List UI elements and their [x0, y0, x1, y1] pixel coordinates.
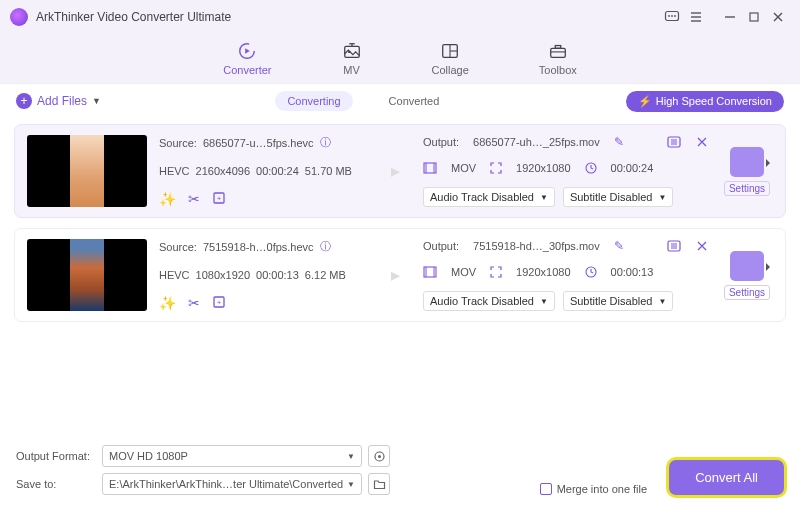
feedback-icon[interactable] [660, 5, 684, 29]
output-column: Output: 7515918-hd…_30fps.mov ✎ MOV [423, 239, 709, 311]
plus-icon: + [16, 93, 32, 109]
mv-icon [342, 41, 362, 61]
subtitle-select[interactable]: Subtitle Disabled▼ [563, 187, 673, 207]
maximize-button[interactable] [742, 5, 766, 29]
source-filename: 6865077-u…5fps.hevc [203, 137, 314, 149]
format-column: Settings [721, 239, 773, 311]
toolbox-icon [548, 41, 568, 61]
format-settings-button[interactable] [368, 445, 390, 467]
tab-converting[interactable]: Converting [275, 91, 352, 111]
output-label: Output: [423, 136, 459, 148]
hsc-label: High Speed Conversion [656, 95, 772, 107]
source-codec: HEVC [159, 269, 190, 281]
source-duration: 00:00:13 [256, 269, 299, 281]
output-filename: 7515918-hd…_30fps.mov [473, 240, 600, 252]
source-column: Source: 6865077-u…5fps.hevc ⓘ HEVC 2160x… [159, 135, 379, 207]
info-icon[interactable]: ⓘ [320, 239, 331, 254]
arrow-icon: ▸ [391, 264, 411, 286]
compress-icon[interactable] [695, 136, 709, 148]
chevron-down-icon: ▼ [540, 297, 548, 306]
source-size: 51.70 MB [305, 165, 352, 177]
tab-label: Converter [223, 64, 271, 76]
edit-page-icon[interactable]: + [212, 191, 226, 207]
arrow-icon: ▸ [391, 160, 411, 182]
main-tabs: Converter MV Collage Toolbox [0, 34, 800, 84]
bolt-icon: ⚡ [638, 95, 652, 108]
output-label: Output: [423, 240, 459, 252]
tab-label: MV [343, 64, 360, 76]
tab-converter[interactable]: Converter [223, 41, 271, 76]
collage-icon [440, 41, 460, 61]
clock-icon [585, 266, 597, 278]
expand-icon [490, 266, 502, 278]
app-logo-icon [10, 8, 28, 26]
file-list: Source: 6865077-u…5fps.hevc ⓘ HEVC 2160x… [0, 118, 800, 338]
svg-rect-8 [750, 13, 758, 21]
format-badge-button[interactable] [730, 251, 764, 281]
info-icon[interactable]: ⓘ [320, 135, 331, 150]
tab-converted[interactable]: Converted [377, 91, 452, 111]
tab-mv[interactable]: MV [342, 41, 362, 76]
browse-folder-button[interactable] [368, 473, 390, 495]
audio-track-select[interactable]: Audio Track Disabled▼ [423, 291, 555, 311]
audio-track-select[interactable]: Audio Track Disabled▼ [423, 187, 555, 207]
metadata-icon[interactable] [667, 240, 681, 252]
film-icon [423, 266, 437, 278]
chevron-down-icon: ▼ [658, 297, 666, 306]
source-filename: 7515918-h…0fps.hevc [203, 241, 314, 253]
video-thumbnail [27, 239, 147, 311]
output-container: MOV [451, 266, 476, 278]
merge-checkbox[interactable]: Merge into one file [540, 483, 648, 495]
output-format-select[interactable]: MOV HD 1080P▼ [102, 445, 362, 467]
edit-page-icon[interactable]: + [212, 295, 226, 311]
close-button[interactable] [766, 5, 790, 29]
svg-point-2 [671, 15, 673, 17]
tab-label: Toolbox [539, 64, 577, 76]
chevron-down-icon: ▼ [540, 193, 548, 202]
effects-icon[interactable]: ✨ [159, 191, 176, 207]
output-filename: 6865077-uh…_25fps.mov [473, 136, 600, 148]
status-tabs: Converting Converted [275, 91, 451, 111]
effects-icon[interactable]: ✨ [159, 295, 176, 311]
chevron-down-icon: ▼ [658, 193, 666, 202]
titlebar: ArkThinker Video Converter Ultimate [0, 0, 800, 34]
film-icon [423, 162, 437, 174]
file-item[interactable]: Source: 6865077-u…5fps.hevc ⓘ HEVC 2160x… [14, 124, 786, 218]
add-files-button[interactable]: + Add Files ▼ [16, 93, 101, 109]
tab-collage[interactable]: Collage [432, 41, 469, 76]
rename-icon[interactable]: ✎ [614, 135, 624, 149]
rename-icon[interactable]: ✎ [614, 239, 624, 253]
svg-text:+: + [217, 194, 222, 203]
svg-point-44 [378, 455, 381, 458]
file-item[interactable]: Source: 7515918-h…0fps.hevc ⓘ HEVC 1080x… [14, 228, 786, 322]
source-codec: HEVC [159, 165, 190, 177]
settings-link[interactable]: Settings [724, 181, 770, 196]
add-files-label: Add Files [37, 94, 87, 108]
source-size: 6.12 MB [305, 269, 346, 281]
output-container: MOV [451, 162, 476, 174]
compress-icon[interactable] [695, 240, 709, 252]
clock-icon [585, 162, 597, 174]
minimize-button[interactable] [718, 5, 742, 29]
chevron-down-icon: ▼ [347, 452, 355, 461]
svg-point-1 [668, 15, 670, 17]
app-title: ArkThinker Video Converter Ultimate [36, 10, 660, 24]
output-resolution: 1920x1080 [516, 162, 570, 174]
source-column: Source: 7515918-h…0fps.hevc ⓘ HEVC 1080x… [159, 239, 379, 311]
cut-icon[interactable]: ✂ [188, 295, 200, 311]
tab-toolbox[interactable]: Toolbox [539, 41, 577, 76]
merge-label: Merge into one file [557, 483, 648, 495]
cut-icon[interactable]: ✂ [188, 191, 200, 207]
metadata-icon[interactable] [667, 136, 681, 148]
high-speed-conversion-button[interactable]: ⚡ High Speed Conversion [626, 91, 784, 112]
output-resolution: 1920x1080 [516, 266, 570, 278]
source-resolution: 2160x4096 [196, 165, 250, 177]
format-badge-button[interactable] [730, 147, 764, 177]
settings-link[interactable]: Settings [724, 285, 770, 300]
menu-icon[interactable] [684, 5, 708, 29]
save-to-select[interactable]: E:\ArkThinker\ArkThink…ter Ultimate\Conv… [102, 473, 362, 495]
sub-bar: + Add Files ▼ Converting Converted ⚡ Hig… [0, 84, 800, 118]
chevron-down-icon: ▼ [347, 480, 355, 489]
subtitle-select[interactable]: Subtitle Disabled▼ [563, 291, 673, 311]
convert-all-button[interactable]: Convert All [669, 460, 784, 495]
